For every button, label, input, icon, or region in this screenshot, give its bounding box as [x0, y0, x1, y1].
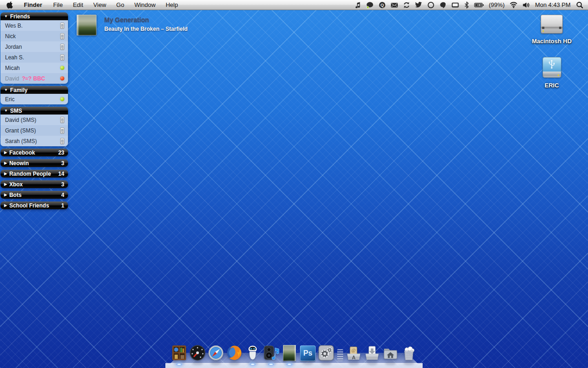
menu-edit[interactable]: Edit: [68, 0, 88, 10]
svg-text:A: A: [352, 355, 356, 360]
battery-charging-icon[interactable]: [474, 1, 484, 9]
mobile-phone-icon: [60, 44, 64, 50]
wifi-icon[interactable]: [509, 1, 518, 8]
display-icon[interactable]: [451, 1, 459, 9]
contact-row[interactable]: David ?≈? BBC: [0, 73, 68, 84]
music-note-icon[interactable]: [354, 1, 362, 9]
desktop-icon-macintosh-hd[interactable]: Macintosh HD: [522, 15, 582, 45]
home-folder-icon: [382, 345, 399, 361]
disclosure-triangle-icon: ▶: [4, 193, 7, 197]
online-status-icon: [60, 66, 64, 70]
dock: Ps @ A: [165, 339, 423, 368]
dock-item-dashboard[interactable]: [189, 344, 206, 361]
mobile-phone-icon: [60, 54, 64, 61]
evernote-elephant-icon[interactable]: [439, 1, 447, 9]
drive-label: Macintosh HD: [522, 38, 582, 45]
menu-finder[interactable]: Finder: [19, 0, 48, 10]
running-indicator-light: [287, 363, 293, 366]
dock-item-photoshop[interactable]: Ps: [300, 344, 317, 361]
buddy-group-sms: ▼ SMS David (SMS) Grant (SMS) Sarah (SMS…: [0, 107, 68, 146]
sync-icon[interactable]: [403, 1, 410, 9]
group-header-family[interactable]: ▼ Family: [0, 86, 68, 94]
contact-row[interactable]: David (SMS): [0, 115, 68, 125]
now-playing-title: My Generation: [104, 16, 187, 23]
album-cd-case-icon: [283, 345, 296, 361]
apple-menu[interactable]: [0, 1, 19, 9]
online-status-icon: [60, 97, 64, 101]
contact-row[interactable]: Sarah (SMS): [0, 136, 68, 146]
drive-label: ERIC: [522, 82, 582, 89]
running-indicator-light: [268, 363, 274, 366]
running-indicator-light: [176, 363, 182, 366]
quicksilver-icon[interactable]: Q: [379, 1, 386, 9]
group-count-badge: 4: [61, 192, 64, 198]
svg-text:Q: Q: [380, 2, 384, 7]
dock-item-downloads-stack[interactable]: [364, 344, 381, 361]
chat-bubble-icon[interactable]: [366, 1, 374, 9]
volume-icon[interactable]: [522, 1, 530, 9]
menu-window[interactable]: Window: [129, 0, 160, 10]
disclosure-triangle-icon: ▶: [4, 172, 7, 176]
spotlight-icon[interactable]: [576, 1, 583, 9]
downloads-folder-icon: [364, 345, 380, 361]
dock-item-firefox[interactable]: [226, 344, 243, 361]
group-header-neowin[interactable]: ▶ Neowin 3: [0, 159, 68, 167]
buddy-group-facebook: ▶ Facebook 23: [0, 149, 68, 156]
group-header-sms[interactable]: ▼ SMS: [0, 107, 68, 115]
contact-row[interactable]: Jordan: [0, 41, 68, 52]
group-header-friends[interactable]: ▼ Friends: [0, 12, 68, 20]
dock-item-home-folder[interactable]: [382, 344, 399, 361]
safari-compass-icon: [208, 345, 224, 361]
battery-percent[interactable]: (99%): [489, 1, 505, 8]
disclosure-triangle-icon: ▶: [4, 151, 7, 155]
dock-item-eve-robot[interactable]: [244, 344, 261, 361]
menu-go[interactable]: Go: [111, 0, 129, 10]
mobile-phone-icon: [60, 23, 64, 29]
menu-clock[interactable]: Mon 4:43 PM: [534, 1, 571, 8]
group-header-facebook[interactable]: ▶ Facebook 23: [0, 149, 68, 156]
gears-icon: [318, 345, 334, 361]
disclosure-triangle-icon: ▼: [4, 15, 8, 18]
firefox-icon: [226, 345, 243, 361]
contact-row[interactable]: Nick: [0, 31, 68, 41]
buddy-group-school-friends: ▶ School Friends 1: [0, 201, 68, 209]
usb-symbol-icon: [548, 59, 556, 69]
contact-row[interactable]: Leah S.: [0, 52, 68, 63]
dock-separator: [337, 349, 343, 361]
contact-row[interactable]: Micah: [0, 63, 68, 73]
contact-row[interactable]: Eric: [0, 94, 68, 104]
group-count-badge: 23: [58, 150, 64, 156]
group-count-badge: 3: [61, 160, 64, 167]
group-header-random-people[interactable]: ▶ Random People 14: [0, 170, 68, 178]
contact-row[interactable]: Wes B.: [0, 20, 68, 31]
dock-item-delicious-library[interactable]: [171, 344, 188, 361]
dock-item-trash[interactable]: [401, 344, 418, 361]
group-header-xbox[interactable]: ▶ Xbox 3: [0, 180, 68, 188]
menu-help[interactable]: Help: [161, 0, 183, 10]
album-art: [77, 15, 96, 35]
dock-item-itunes[interactable]: [263, 344, 280, 361]
desktop-wallpaper: Finder File Edit View Go Window Help Q: [0, 0, 588, 368]
photoshop-icon: Ps: [300, 345, 316, 361]
buddy-group-family: ▼ Family Eric: [0, 86, 68, 104]
dock-item-now-playing-album[interactable]: [281, 344, 298, 361]
running-indicator-light: [250, 363, 256, 366]
menu-file[interactable]: File: [48, 0, 68, 10]
usb-drive-icon: [543, 57, 561, 78]
circle-icon[interactable]: [427, 1, 435, 9]
dock-item-safari[interactable]: [208, 344, 225, 361]
dock-item-system-preferences[interactable]: [318, 344, 335, 361]
disclosure-triangle-icon: ▼: [4, 109, 8, 113]
now-playing-notification[interactable]: My Generation Beauty In the Broken – Sta…: [77, 15, 187, 35]
bluetooth-icon[interactable]: [464, 1, 469, 9]
contact-row[interactable]: Grant (SMS): [0, 125, 68, 136]
desktop-icon-eric[interactable]: ERIC: [522, 57, 582, 89]
group-header-bots[interactable]: ▶ Bots 4: [0, 191, 68, 199]
group-header-school-friends[interactable]: ▶ School Friends 1: [0, 201, 68, 209]
twitter-bird-icon[interactable]: [415, 1, 423, 8]
now-playing-subtitle: Beauty In the Broken – Starfield: [104, 26, 187, 32]
mail-icon[interactable]: [390, 1, 398, 9]
menu-view[interactable]: View: [88, 0, 111, 10]
speaker-music-note-icon: [263, 345, 279, 361]
dock-item-applications-stack[interactable]: @ A: [345, 344, 362, 361]
